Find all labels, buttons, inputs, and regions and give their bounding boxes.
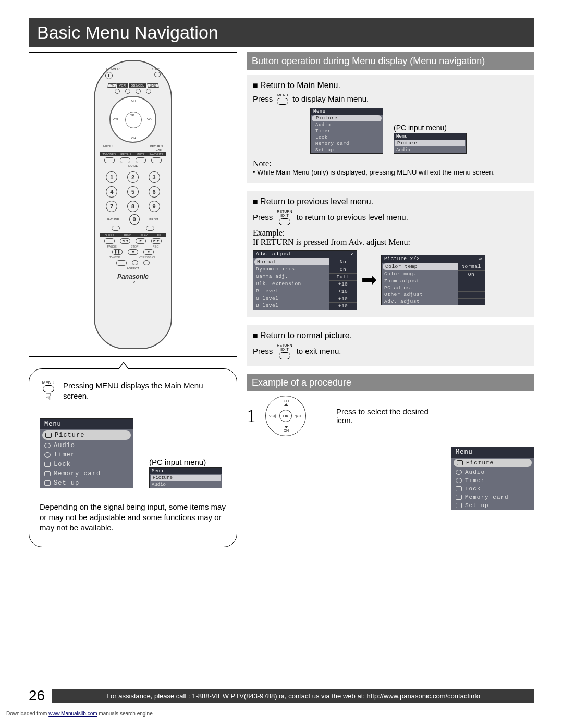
step-text: Press to select the desired icon. (336, 407, 440, 425)
return-prev-block: Return to previous level menu. Press RET… (247, 191, 534, 317)
return-button-graphic: RETURNEXIT (277, 209, 292, 225)
page-title: Basic Menu Navigation (29, 18, 534, 47)
step-number: 1 (247, 405, 256, 427)
number-pad: 123 456 789 (104, 171, 162, 212)
osd-main-menu: Menu Picture Audio Timer Lock Memory car… (40, 418, 133, 488)
osd-pc-menu: Menu Picture Audio (149, 467, 222, 488)
nav-pad-graphic: OK CH CH VOL VOL (265, 396, 306, 436)
remote-illustration: POWER SAP TV VCR DBS/CBL DVD (29, 52, 237, 357)
menu-button-icon: MENU ☟ (40, 380, 57, 401)
return-normal-block: Return to normal picture. Press RETURNEX… (247, 325, 534, 366)
pc-input-label: (PC input menu) (149, 458, 222, 466)
adv-adjust-osd: Adv. adjust↶ NormalNo Dynamic irisOn Gam… (253, 250, 357, 310)
signal-note: Depending on the signal being input, som… (40, 502, 226, 534)
mode-dbs: DBS/CBL (129, 83, 146, 88)
sap-label: SAP (152, 67, 160, 71)
arrow-icon: ➡ (361, 270, 377, 289)
menu-callout-text: Pressing MENU displays the Main Menu scr… (63, 380, 226, 402)
manualslib-link[interactable]: www.Manualslib.com (48, 711, 97, 717)
section-heading-1: Button operation during Menu display (Me… (247, 52, 534, 70)
osd-main-menu-small: Menu Picture Audio Timer Lock Memory car… (310, 108, 383, 154)
menu-button-graphic: MENU (277, 93, 288, 105)
osd-pc-menu-small: Menu Picture Audio (394, 133, 467, 154)
footer-bar: For assistance, please call : 1-888-VIEW… (52, 689, 534, 703)
nav-pad: CH OK VOL VOL CH (109, 96, 156, 143)
menu-callout: MENU ☟ Pressing MENU displays the Main M… (29, 368, 237, 547)
section-heading-2: Example of a procedure (247, 374, 534, 392)
mode-tv: TV (107, 83, 116, 88)
mode-vcr: VCR (117, 83, 128, 88)
picture22-osd: Picture 2/2↶ Color tempNormal Color mng.… (381, 255, 485, 305)
page-number: 26 (29, 687, 45, 704)
mode-dvd: DVD (147, 83, 158, 88)
return-button-graphic-2: RETURNEXIT (277, 343, 292, 359)
download-credit: Downloaded from www.Manualslib.com manua… (6, 711, 153, 717)
brand-logo: Panasonic (100, 273, 166, 280)
power-label: POWER (106, 67, 120, 71)
return-main-block: Return to Main Menu. Press MENU to displ… (247, 75, 534, 183)
osd-step-menu: Menu Picture Audio Timer Lock Memory car… (451, 447, 534, 510)
